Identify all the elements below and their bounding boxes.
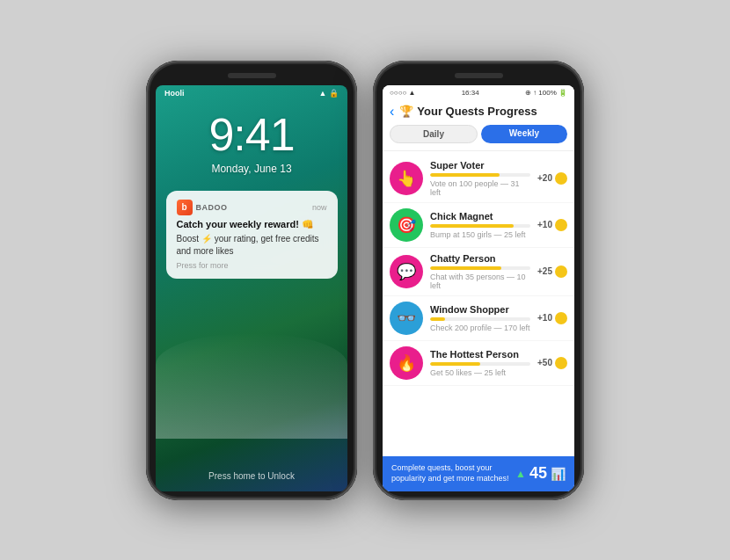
app-footer: Complete quests, boost your popularity a… [383, 456, 574, 491]
status-icons: ⊕ ↑ 100% 🔋 [525, 89, 567, 97]
quest-progress-bar-4 [430, 362, 530, 366]
quest-progress-bar-0 [430, 173, 530, 177]
phone-speaker [228, 73, 276, 78]
back-button[interactable]: ‹ [390, 104, 394, 120]
carrier-label: Hooli [164, 89, 185, 98]
bars-icon: 📊 [551, 467, 566, 481]
points-value-1: +10 [537, 220, 552, 229]
quest-progress-fill-1 [430, 224, 514, 228]
trophy-icon: 🏆 [399, 105, 413, 118]
score-value: 45 [529, 464, 547, 483]
tab-daily[interactable]: Daily [390, 125, 478, 143]
quest-progress-fill-2 [430, 266, 501, 270]
quest-name-1: Chick Magnet [430, 211, 530, 222]
quest-points-2: +25 [537, 265, 567, 278]
right-phone-screen: ○○○○ ▲ 16:34 ⊕ ↑ 100% 🔋 ‹ 🏆 Your Quests … [383, 85, 574, 491]
quest-progress-bar-3 [430, 317, 530, 321]
lock-date: Monday, June 13 [211, 163, 291, 175]
phone-speaker-r [455, 73, 503, 78]
quest-points-3: +10 [537, 312, 567, 324]
quest-item[interactable]: 💬 Chatty Person Chat with 35 persons — 1… [383, 248, 574, 296]
tab-weekly[interactable]: Weekly [481, 125, 567, 143]
quest-progress-fill-0 [430, 173, 500, 177]
lock-status-bar: Hooli ▲ 🔒 [156, 85, 347, 101]
quest-desc-0: Vote on 100 people — 31 left [430, 179, 530, 197]
quests-app: ○○○○ ▲ 16:34 ⊕ ↑ 100% 🔋 ‹ 🏆 Your Quests … [383, 85, 574, 491]
wave-decoration [156, 333, 347, 439]
quest-item[interactable]: 👓 Window Shopper Check 200 profile — 170… [383, 296, 574, 341]
quest-points-4: +50 [537, 357, 567, 369]
quest-progress-fill-4 [430, 362, 480, 366]
coin-icon-0 [555, 172, 567, 185]
header-row: ‹ 🏆 Your Quests Progress [390, 104, 567, 120]
coin-icon-1 [555, 219, 567, 231]
page-title: 🏆 Your Quests Progress [399, 105, 537, 118]
left-phone-screen: Hooli ▲ 🔒 9:41 Monday, June 13 b BADOO n… [156, 85, 347, 491]
quest-progress-fill-3 [430, 317, 445, 321]
footer-score: ▲ 45 📊 [515, 464, 566, 483]
app-time: 16:34 [462, 89, 479, 97]
quest-name-0: Super Voter [430, 160, 530, 171]
points-value-4: +50 [537, 358, 552, 367]
notification-time: now [312, 203, 327, 212]
quest-icon-3: 👓 [390, 302, 423, 335]
wifi-signal: ▲ 🔒 [319, 89, 339, 98]
left-phone: Hooli ▲ 🔒 9:41 Monday, June 13 b BADOO n… [146, 61, 357, 500]
app-name-label: BADOO [196, 203, 312, 212]
quest-info-4: The Hottest Person Get 50 likes — 25 lef… [430, 349, 530, 377]
quest-desc-3: Check 200 profile — 170 left [430, 324, 530, 332]
quest-name-2: Chatty Person [430, 253, 530, 264]
quest-item[interactable]: 🎯 Chick Magnet Bump at 150 girls — 25 le… [383, 203, 574, 248]
quest-list: 👆 Super Voter Vote on 100 people — 31 le… [383, 151, 574, 457]
quest-points-0: +20 [537, 172, 567, 185]
quest-name-3: Window Shopper [430, 304, 530, 315]
points-value-0: +20 [537, 173, 552, 183]
quest-icon-0: 👆 [390, 162, 423, 195]
badoo-app-icon: b [177, 200, 193, 215]
coin-icon-2 [555, 265, 567, 278]
notification-header: b BADOO now [177, 200, 327, 215]
scene: Hooli ▲ 🔒 9:41 Monday, June 13 b BADOO n… [0, 0, 730, 560]
app-header: ‹ 🏆 Your Quests Progress Daily Weekly [383, 100, 574, 151]
points-value-3: +10 [537, 313, 552, 323]
quest-name-4: The Hottest Person [430, 349, 530, 360]
quest-desc-1: Bump at 150 girls — 25 left [430, 230, 530, 239]
lock-screen: Hooli ▲ 🔒 9:41 Monday, June 13 b BADOO n… [156, 85, 347, 491]
quest-info-0: Super Voter Vote on 100 people — 31 left [430, 160, 530, 197]
quest-icon-1: 🎯 [390, 208, 423, 242]
tab-row: Daily Weekly [390, 125, 567, 143]
quest-icon-2: 💬 [390, 255, 423, 288]
footer-text: Complete quests, boost your popularity a… [391, 463, 515, 484]
quest-info-3: Window Shopper Check 200 profile — 170 l… [430, 304, 530, 332]
notification-body: Boost ⚡ your rating, get free credits an… [177, 233, 327, 258]
quest-progress-bar-2 [430, 266, 530, 270]
quest-info-1: Chick Magnet Bump at 150 girls — 25 left [430, 211, 530, 239]
quest-progress-bar-1 [430, 224, 530, 228]
quest-desc-2: Chat with 35 persons — 10 left [430, 273, 530, 290]
notification-card[interactable]: b BADOO now Catch your weekly reward! 👊 … [166, 191, 338, 279]
coin-icon-3 [555, 312, 567, 324]
app-status-bar: ○○○○ ▲ 16:34 ⊕ ↑ 100% 🔋 [383, 85, 574, 100]
quest-item[interactable]: 🔥 The Hottest Person Get 50 likes — 25 l… [383, 341, 574, 386]
quest-item[interactable]: 👆 Super Voter Vote on 100 people — 31 le… [383, 155, 574, 203]
trophy-up-icon: ▲ [515, 468, 526, 480]
quest-icon-4: 🔥 [390, 346, 423, 380]
press-home-label: Press home to Unlock [208, 471, 295, 481]
coin-icon-4 [555, 357, 567, 369]
title-text: Your Quests Progress [417, 105, 537, 118]
quest-points-1: +10 [537, 219, 567, 231]
points-value-2: +25 [537, 266, 552, 276]
lock-time: 9:41 [208, 108, 294, 161]
notification-title: Catch your weekly reward! 👊 [177, 219, 327, 230]
carrier-dots: ○○○○ ▲ [390, 89, 415, 97]
quest-info-2: Chatty Person Chat with 35 persons — 10 … [430, 253, 530, 290]
quest-desc-4: Get 50 likes — 25 left [430, 368, 530, 377]
press-for-more[interactable]: Press for more [177, 261, 327, 270]
right-phone: ○○○○ ▲ 16:34 ⊕ ↑ 100% 🔋 ‹ 🏆 Your Quests … [373, 61, 584, 500]
